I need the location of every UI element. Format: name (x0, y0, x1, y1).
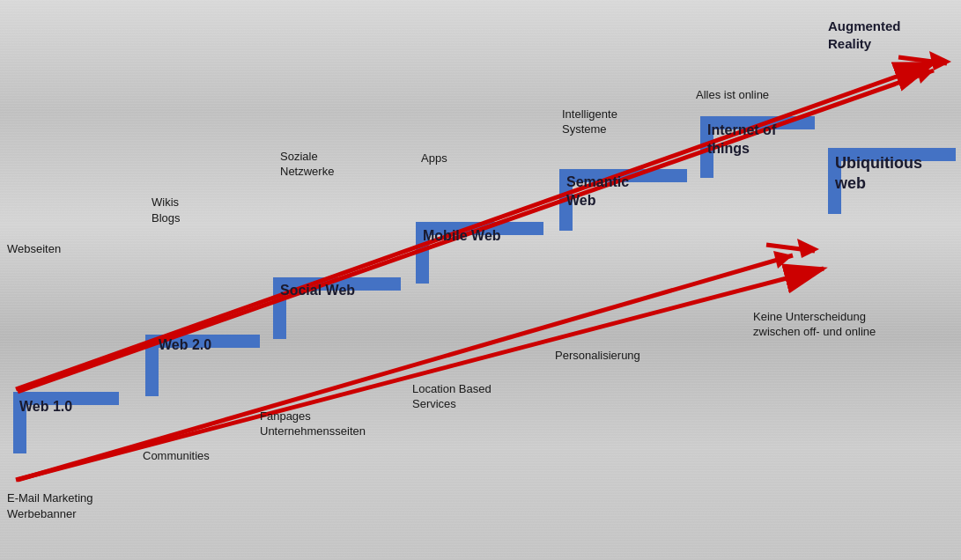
label-communities: Communities (143, 449, 210, 464)
svg-line-18 (18, 255, 793, 480)
label-webseiten: Webseiten (7, 242, 61, 257)
label-email: E-Mail Marketing (7, 491, 93, 506)
label-semantic: SemanticWeb (566, 173, 629, 210)
label-intelligente: IntelligenteSysteme (562, 107, 617, 137)
label-alles-online: Alles ist online (696, 88, 769, 103)
svg-marker-15 (916, 66, 934, 84)
label-blogs: Blogs (152, 211, 181, 226)
svg-marker-19 (773, 251, 793, 269)
label-mobile: Mobile Web (423, 227, 501, 246)
label-personalisierung: Personalisierung (555, 349, 640, 364)
label-augmented-reality: AugmentedReality (828, 18, 901, 52)
label-soziale: SozialeNetzwerke (280, 150, 334, 180)
label-location: Location BasedServices (412, 382, 492, 412)
diagram-canvas (0, 0, 961, 560)
svg-marker-17 (929, 51, 951, 70)
label-wikis: Wikis (152, 195, 179, 210)
label-apps: Apps (421, 151, 447, 166)
label-keine: Keine Unterscheidungzwischen off- und on… (753, 310, 876, 340)
label-werbebanner: Werbebanner (7, 507, 77, 522)
label-ubiq: Ubiquitiousweb (835, 153, 922, 195)
label-iot: Internet ofthings (707, 122, 776, 158)
svg-marker-21 (797, 239, 819, 258)
label-web1: Web 1.0 (19, 398, 72, 416)
label-web2: Web 2.0 (159, 336, 211, 355)
label-social: Social Web (280, 282, 355, 300)
label-fanpages: FanpagesUnternehmensseiten (260, 409, 366, 439)
